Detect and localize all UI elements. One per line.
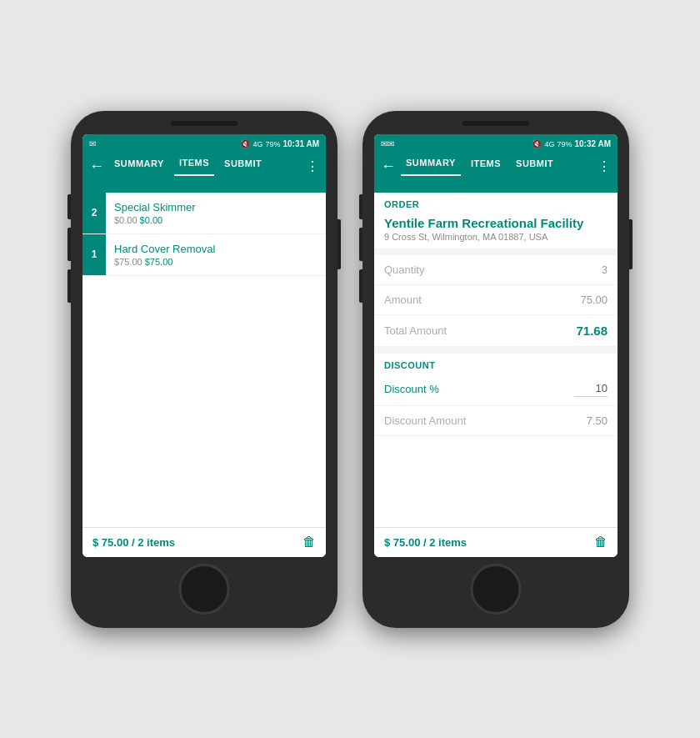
item-row-2: 1 Hard Cover Removal $75.00 $75.00 — [82, 234, 326, 276]
app-bar-inner-1: ← SUMMARY ITEMS SUBMIT ⋮ — [89, 154, 319, 176]
divider-2 — [374, 347, 618, 354]
tab-submit-1[interactable]: SUBMIT — [219, 158, 267, 175]
more-options-icon-2[interactable]: ⋮ — [598, 158, 611, 174]
status-bar-2: ✉✉ 🔇 4G 79% 10:32 AM — [374, 134, 618, 154]
discount-percent-label: Discount % — [384, 383, 439, 395]
notification-icon-2: ✉✉ — [381, 139, 394, 148]
phone-screen-2: ✉✉ 🔇 4G 79% 10:32 AM ← SUMMARY ITEMS SUB… — [374, 134, 618, 557]
app-bar-2: ← SUMMARY ITEMS SUBMIT ⋮ — [374, 154, 618, 193]
app-bar-1: ← SUMMARY ITEMS SUBMIT ⋮ — [82, 154, 326, 193]
item-name-1: Special Skimmer — [114, 201, 318, 213]
phone-2: ✉✉ 🔇 4G 79% 10:32 AM ← SUMMARY ITEMS SUB… — [362, 111, 629, 628]
tab-submit-2[interactable]: SUBMIT — [511, 158, 558, 175]
signal-icon-1: 🔇 — [240, 139, 250, 148]
time-display-1: 10:31 AM — [282, 139, 319, 148]
bottom-bar-2: $ 75.00 / 2 items 🗑 — [374, 527, 618, 557]
app-bar-inner-2: ← SUMMARY ITEMS SUBMIT ⋮ — [381, 154, 611, 176]
discount-amount-value: 7.50 — [587, 414, 608, 427]
more-options-icon-1[interactable]: ⋮ — [306, 158, 319, 174]
total-amount-label: Total Amount — [384, 324, 447, 337]
item-details-2: Hard Cover Removal $75.00 $75.00 — [106, 234, 326, 275]
back-button-2[interactable]: ← — [381, 158, 396, 175]
discount-amount-label: Discount Amount — [384, 414, 466, 427]
battery-icon-2: 79% — [557, 140, 572, 148]
order-section-label: ORDER — [374, 193, 618, 213]
quantity-row: Quantity 3 — [374, 255, 618, 285]
tab-summary-1[interactable]: SUMMARY — [109, 158, 169, 175]
item-name-2: Hard Cover Removal — [114, 243, 318, 255]
phone-screen-1: ✉ 🔇 4G 79% 10:31 AM ← SUMMARY ITEMS SUBM… — [82, 134, 326, 557]
delete-icon-2[interactable]: 🗑 — [594, 535, 608, 550]
quantity-value: 3 — [602, 264, 608, 276]
signal-bars-2: 4G — [544, 140, 554, 148]
amount-value: 75.00 — [580, 294, 608, 306]
bottom-bar-1: $ 75.00 / 2 items 🗑 — [82, 527, 326, 557]
quantity-label: Quantity — [384, 264, 424, 276]
divider-1 — [374, 249, 618, 255]
tab-items-2[interactable]: ITEMS — [466, 158, 506, 175]
back-button-1[interactable]: ← — [89, 158, 104, 175]
signal-icon-2: 🔇 — [532, 139, 542, 148]
status-bar-left-2: ✉✉ — [381, 139, 394, 148]
status-bar-left-1: ✉ — [89, 139, 96, 148]
delete-icon-1[interactable]: 🗑 — [302, 535, 316, 550]
items-list-1: 2 Special Skimmer $0.00 $0.00 1 Hard Cov… — [82, 193, 326, 527]
battery-icon-1: 79% — [265, 140, 280, 148]
total-amount-1: $ 75.00 — [92, 536, 128, 549]
item-count-2: / 2 items — [423, 536, 467, 549]
facility-address: 9 Cross St, Wilmington, MA 01887, USA — [374, 232, 618, 249]
total-amount-row: Total Amount 71.68 — [374, 315, 618, 347]
discount-section-label: DISCOUNT — [374, 354, 618, 374]
status-bar-right-2: 🔇 4G 79% 10:32 AM — [532, 139, 611, 148]
amount-row: Amount 75.00 — [374, 285, 618, 315]
status-bar-1: ✉ 🔇 4G 79% 10:31 AM — [82, 134, 326, 154]
tab-items-1[interactable]: ITEMS — [174, 158, 214, 176]
discount-percent-value[interactable]: 10 — [574, 382, 608, 397]
item-details-1: Special Skimmer $0.00 $0.00 — [106, 193, 326, 233]
total-amount-display-2: $ 75.00 — [384, 536, 420, 549]
item-row-1: 2 Special Skimmer $0.00 $0.00 — [82, 193, 326, 234]
total-amount-value: 71.68 — [576, 324, 608, 338]
notification-icon-1: ✉ — [89, 139, 96, 148]
item-count-1: / 2 items — [132, 536, 175, 549]
discount-amount-row: Discount Amount 7.50 — [374, 406, 618, 436]
item-price-2: $75.00 $75.00 — [114, 257, 318, 267]
tab-summary-2[interactable]: SUMMARY — [401, 158, 461, 176]
phone-1: ✉ 🔇 4G 79% 10:31 AM ← SUMMARY ITEMS SUBM… — [71, 111, 338, 628]
item-number-2: 1 — [82, 234, 106, 275]
time-display-2: 10:32 AM — [574, 139, 611, 148]
discount-percent-row[interactable]: Discount % 10 — [374, 374, 618, 406]
bottom-total-1: $ 75.00 / 2 items — [92, 536, 175, 549]
status-bar-right-1: 🔇 4G 79% 10:31 AM — [240, 139, 319, 148]
item-price-1: $0.00 $0.00 — [114, 215, 318, 225]
facility-name: Yentile Farm Recreational Facility — [374, 213, 618, 232]
bottom-total-2: $ 75.00 / 2 items — [384, 536, 467, 549]
signal-bars-1: 4G — [252, 140, 262, 148]
amount-label: Amount — [384, 294, 422, 306]
summary-content-2: ORDER Yentile Farm Recreational Facility… — [374, 193, 618, 527]
item-number-1: 2 — [82, 193, 106, 233]
